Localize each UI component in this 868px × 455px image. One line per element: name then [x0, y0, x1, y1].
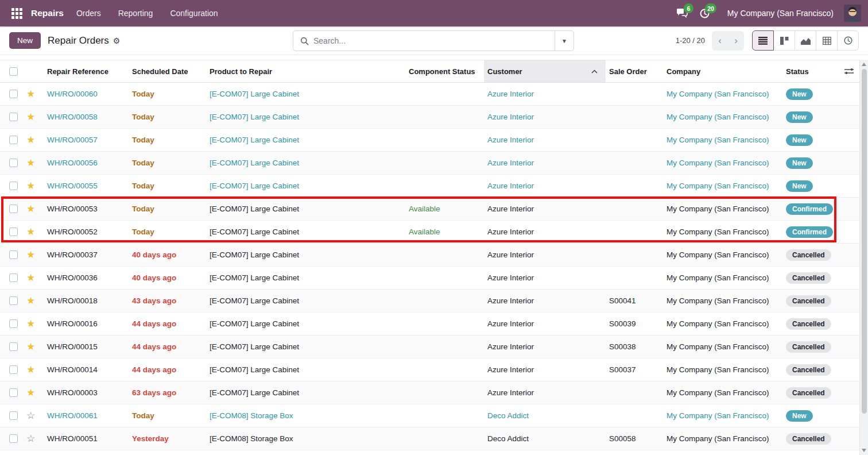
favorite-star-icon[interactable]: ★	[26, 181, 35, 191]
scroll-down-arrow-icon[interactable]	[862, 449, 866, 452]
row-checkbox[interactable]	[9, 136, 18, 144]
table-row[interactable]: ★ WH/RO/00058 Today [E-COM07] Large Cabi…	[0, 106, 859, 129]
column-header-customer[interactable]: Customer	[484, 60, 606, 82]
new-button[interactable]: New	[9, 32, 41, 49]
column-header-company[interactable]: Company	[663, 67, 782, 76]
user-avatar[interactable]	[844, 5, 861, 22]
cell-repair-reference: WH/RO/00057	[44, 136, 129, 144]
cell-customer: Azure Interior	[484, 250, 606, 259]
vertical-scrollbar[interactable]	[859, 60, 868, 455]
row-checkbox[interactable]	[9, 205, 18, 213]
favorite-star-icon[interactable]: ★	[26, 227, 35, 237]
table-row[interactable]: ★ WH/RO/00052 Today [E-COM07] Large Cabi…	[0, 221, 859, 244]
column-header-sale-order[interactable]: Sale Order	[606, 67, 663, 76]
favorite-star-icon[interactable]: ★	[26, 319, 35, 329]
view-activity-button[interactable]	[837, 30, 859, 51]
row-checkbox[interactable]	[9, 434, 18, 443]
favorite-star-icon[interactable]: ★	[26, 135, 35, 145]
column-header-component-status[interactable]: Component Status	[405, 67, 484, 76]
menu-orders[interactable]: Orders	[69, 5, 108, 22]
favorite-star-icon[interactable]: ★	[26, 112, 35, 122]
menu-reporting[interactable]: Reporting	[111, 5, 160, 22]
row-checkbox[interactable]	[9, 319, 18, 328]
search-bar: ▼	[293, 30, 574, 51]
cell-company: My Company (San Francisco)	[663, 273, 782, 282]
search-options-toggle[interactable]: ▼	[555, 31, 574, 51]
table-row[interactable]: ★ WH/RO/00016 44 days ago [E-COM07] Larg…	[0, 313, 859, 336]
table-row[interactable]: ★ WH/RO/00056 Today [E-COM07] Large Cabi…	[0, 152, 859, 175]
view-list-button[interactable]	[752, 30, 774, 51]
table-row[interactable]: ★ WH/RO/00018 43 days ago [E-COM07] Larg…	[0, 290, 859, 313]
optional-columns-button[interactable]	[840, 67, 859, 75]
column-header-repair-reference[interactable]: Repair Reference	[44, 67, 129, 76]
column-header-product[interactable]: Product to Repair	[206, 67, 405, 76]
view-pivot-button[interactable]	[816, 30, 838, 51]
favorite-star-icon[interactable]: ★	[26, 296, 35, 306]
menu-configuration[interactable]: Configuration	[163, 5, 224, 22]
status-badge: Cancelled	[786, 433, 831, 445]
cell-product: [E-COM07] Large Cabinet	[206, 205, 405, 213]
app-name[interactable]: Repairs	[31, 8, 64, 18]
favorite-star-icon[interactable]: ★	[26, 273, 35, 283]
view-kanban-button[interactable]	[773, 30, 795, 51]
favorite-star-icon[interactable]: ★	[26, 365, 35, 375]
table-row[interactable]: ★ WH/RO/00003 63 days ago [E-COM07] Larg…	[0, 381, 859, 404]
scrollbar-thumb[interactable]	[862, 69, 867, 414]
cell-customer: Azure Interior	[484, 273, 606, 282]
table-row[interactable]: ★ WH/RO/00060 Today [E-COM07] Large Cabi…	[0, 83, 859, 106]
pager-next-button[interactable]: ›	[728, 31, 744, 51]
caret-down-icon: ▼	[561, 38, 567, 44]
table-row[interactable]: ★ WH/RO/00036 40 days ago [E-COM07] Larg…	[0, 267, 859, 290]
row-checkbox[interactable]	[9, 182, 18, 190]
row-checkbox[interactable]	[9, 273, 18, 282]
cell-customer: Azure Interior	[484, 365, 606, 374]
scroll-up-arrow-icon[interactable]	[862, 63, 866, 66]
row-checkbox[interactable]	[9, 365, 18, 374]
row-checkbox[interactable]	[9, 296, 18, 305]
favorite-star-icon[interactable]: ★	[26, 204, 35, 214]
view-settings-gear-icon[interactable]: ⚙	[113, 36, 121, 45]
cell-sale-order: S00039	[606, 319, 663, 328]
row-checkbox[interactable]	[9, 159, 18, 167]
favorite-star-icon[interactable]: ☆	[26, 411, 35, 421]
column-header-scheduled-date[interactable]: Scheduled Date	[129, 67, 206, 76]
cell-product: [E-COM07] Large Cabinet	[206, 296, 405, 305]
favorite-star-icon[interactable]: ★	[26, 158, 35, 168]
table-row[interactable]: ★ WH/RO/00055 Today [E-COM07] Large Cabi…	[0, 175, 859, 198]
favorite-star-icon[interactable]: ★	[26, 250, 35, 260]
pager-previous-button[interactable]: ‹	[712, 31, 728, 51]
company-switcher[interactable]: My Company (San Francisco)	[727, 9, 834, 18]
status-badge: Cancelled	[786, 364, 831, 376]
favorite-star-icon[interactable]: ★	[26, 388, 35, 398]
list-view-icon	[758, 37, 768, 45]
messages-button[interactable]: 6	[673, 5, 691, 22]
apps-menu-icon[interactable]	[7, 3, 26, 23]
row-checkbox[interactable]	[9, 411, 18, 420]
row-checkbox[interactable]	[9, 90, 18, 98]
search-input[interactable]	[313, 36, 555, 45]
table-row[interactable]: ★ WH/RO/00057 Today [E-COM07] Large Cabi…	[0, 129, 859, 152]
row-checkbox[interactable]	[9, 342, 18, 351]
cell-customer: Azure Interior	[484, 90, 606, 98]
cell-repair-reference: WH/RO/00058	[44, 113, 129, 121]
table-row[interactable]: ★ WH/RO/00014 44 days ago [E-COM07] Larg…	[0, 358, 859, 381]
favorite-star-icon[interactable]: ★	[26, 89, 35, 99]
row-checkbox[interactable]	[9, 113, 18, 121]
table-row[interactable]: ★ WH/RO/00053 Today [E-COM07] Large Cabi…	[0, 198, 859, 221]
table-row[interactable]: ☆ WH/RO/00061 Today [E-COM08] Storage Bo…	[0, 404, 859, 427]
activities-button[interactable]: 20	[696, 5, 714, 22]
column-header-status[interactable]: Status	[782, 67, 840, 76]
row-checkbox[interactable]	[9, 228, 18, 236]
cell-company: My Company (San Francisco)	[663, 319, 782, 328]
favorite-star-icon[interactable]: ☆	[26, 434, 35, 444]
cell-repair-reference: WH/RO/00003	[44, 388, 129, 397]
table-row[interactable]: ★ WH/RO/00037 40 days ago [E-COM07] Larg…	[0, 244, 859, 267]
row-checkbox[interactable]	[9, 388, 18, 397]
row-checkbox[interactable]	[9, 250, 18, 259]
cell-customer: Azure Interior	[484, 205, 606, 213]
favorite-star-icon[interactable]: ★	[26, 342, 35, 352]
table-row[interactable]: ★ WH/RO/00015 44 days ago [E-COM07] Larg…	[0, 336, 859, 358]
view-graph-button[interactable]	[795, 30, 816, 51]
table-row[interactable]: ☆ WH/RO/00051 Yesterday [E-COM08] Storag…	[0, 427, 859, 450]
select-all-checkbox[interactable]	[9, 67, 18, 76]
